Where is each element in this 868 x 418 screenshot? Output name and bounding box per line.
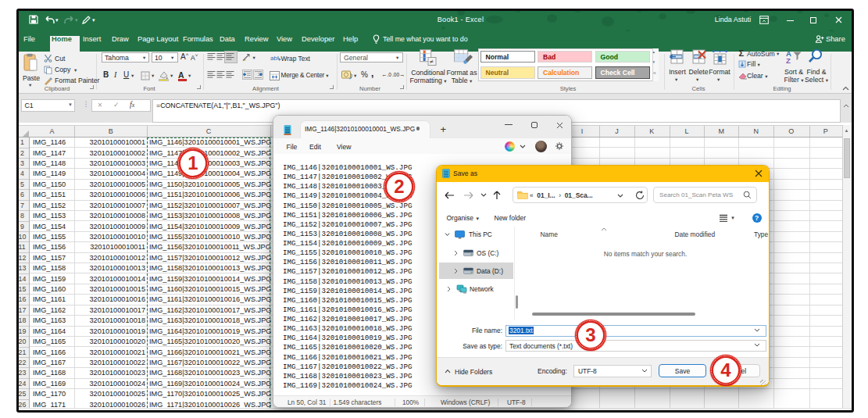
- svg-text:≠: ≠: [430, 58, 434, 66]
- svg-text:Z: Z: [786, 56, 791, 64]
- svg-text:ab: ab: [270, 55, 277, 62]
